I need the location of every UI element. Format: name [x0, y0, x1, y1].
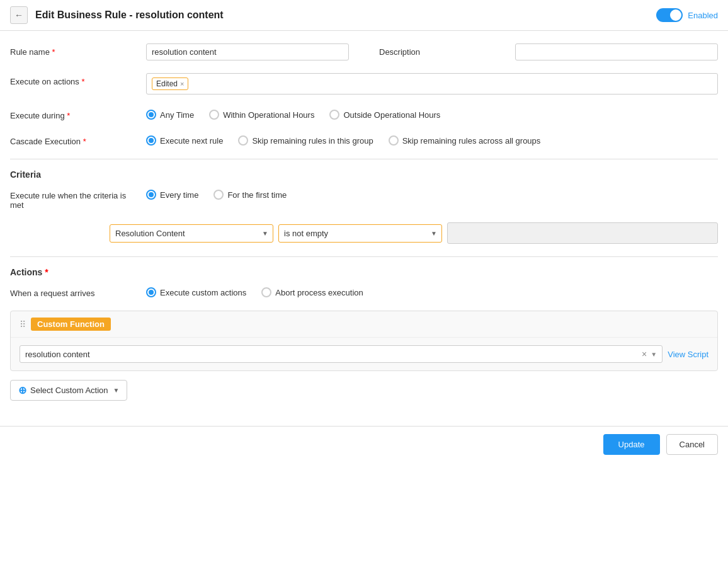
custom-function-title: Custom Function [31, 318, 111, 331]
script-select-row: resolution content × ▼ View Script [20, 345, 708, 363]
radio-execute-custom-label: Execute custom actions [160, 288, 246, 297]
criteria-value-input[interactable] [447, 222, 718, 244]
radio-first-time[interactable]: For the first time [213, 190, 287, 200]
page-header: ← Edit Business Rule - resolution conten… [0, 0, 728, 31]
radio-execute-next[interactable]: Execute next rule [146, 135, 223, 146]
condition-select-wrapper: is not empty ▼ [278, 224, 442, 243]
actions-divider [10, 256, 718, 257]
add-action-label: Select Custom Action [30, 386, 108, 395]
custom-function-body: resolution content × ▼ View Script [11, 338, 717, 370]
when-request-options: Execute custom actions Abort process exe… [146, 285, 363, 297]
view-script-link[interactable]: View Script [668, 350, 708, 359]
criteria-select-wrapper: Resolution Content ▼ [110, 224, 273, 243]
enabled-toggle[interactable] [656, 8, 683, 22]
radio-within-operational[interactable]: Within Operational Hours [209, 110, 314, 120]
add-action-button[interactable]: ⊕ Select Custom Action ▼ [10, 380, 127, 401]
radio-outside-operational-input[interactable] [329, 110, 339, 120]
execute-on-label: Execute on actions * [10, 73, 136, 86]
radio-execute-custom-input[interactable] [146, 287, 156, 297]
radio-outside-operational[interactable]: Outside Operational Hours [329, 110, 440, 120]
script-select-text: resolution content [25, 350, 642, 359]
radio-skip-group-label: Skip remaining rules in this group [252, 136, 373, 146]
script-dropdown-icon[interactable]: ▼ [651, 351, 657, 358]
criteria-dropdowns-row: Resolution Content ▼ is not empty ▼ [10, 222, 718, 244]
radio-within-label: Within Operational Hours [223, 110, 314, 120]
cascade-row: Cascade Execution * Execute next rule Sk… [10, 133, 718, 146]
tag-label: Edited [156, 79, 178, 88]
radio-abort-input[interactable] [261, 287, 271, 297]
radio-dot-3 [149, 192, 154, 197]
execute-rule-row: Execute rule when the criteria is met Ev… [10, 187, 718, 210]
radio-every-time[interactable]: Every time [146, 190, 198, 200]
criteria-title: Criteria [10, 169, 718, 180]
radio-skip-all[interactable]: Skip remaining rules across all groups [389, 135, 541, 146]
edited-tag: Edited × [152, 77, 188, 90]
toggle-container: Enabled [656, 8, 718, 22]
execute-rule-options: Every time For the first time [146, 187, 287, 200]
radio-abort-label: Abort process execution [275, 288, 363, 297]
radio-dot-2 [149, 138, 154, 143]
radio-dot [149, 112, 154, 117]
custom-function-header: ⠿ Custom Function [11, 311, 717, 338]
radio-any-time-label: Any Time [160, 110, 194, 120]
criteria-section: Criteria Execute rule when the criteria … [10, 169, 718, 244]
execute-during-row: Execute during * Any Time Within Operati… [10, 107, 718, 120]
radio-any-time-input[interactable] [146, 110, 156, 120]
script-clear-icon[interactable]: × [642, 349, 647, 359]
radio-skip-group-input[interactable] [238, 135, 248, 146]
radio-within-operational-input[interactable] [209, 110, 219, 120]
execute-on-tag-area[interactable]: Edited × [146, 73, 718, 94]
radio-first-time-label: For the first time [227, 190, 287, 200]
when-request-label: When a request arrives [10, 285, 136, 298]
toggle-label: Enabled [688, 11, 718, 20]
criteria-select[interactable]: Resolution Content [110, 224, 273, 243]
execute-on-row: Execute on actions * Edited × [10, 73, 718, 94]
rule-name-row: Rule name * Description [10, 43, 718, 60]
radio-every-time-label: Every time [160, 190, 198, 200]
rule-name-label: Rule name * [10, 43, 136, 57]
radio-skip-group[interactable]: Skip remaining rules in this group [238, 135, 373, 146]
tag-close-button[interactable]: × [180, 80, 184, 88]
execute-during-options: Any Time Within Operational Hours Outsid… [146, 107, 440, 120]
actions-title: Actions * [10, 267, 718, 277]
page-footer: Update Cancel [0, 426, 728, 462]
drag-handle-icon[interactable]: ⠿ [20, 319, 26, 329]
radio-execute-custom[interactable]: Execute custom actions [146, 287, 246, 297]
custom-function-block: ⠿ Custom Function resolution content × ▼… [10, 311, 718, 371]
radio-skip-all-input[interactable] [389, 135, 399, 146]
rule-name-input[interactable] [146, 43, 349, 60]
when-request-row: When a request arrives Execute custom ac… [10, 285, 718, 298]
add-action-dropdown-icon: ▼ [113, 387, 120, 394]
radio-any-time[interactable]: Any Time [146, 110, 194, 120]
update-button[interactable]: Update [603, 434, 660, 455]
execute-during-label: Execute during * [10, 107, 136, 120]
script-select-icons: × ▼ [642, 349, 657, 359]
radio-first-time-input[interactable] [213, 190, 224, 200]
cascade-label: Cascade Execution * [10, 133, 136, 146]
actions-section: Actions * When a request arrives Execute… [10, 267, 718, 401]
description-input[interactable] [515, 43, 718, 60]
page-title: Edit Business Rule - resolution content [35, 9, 649, 21]
required-marker: * [52, 47, 55, 57]
form-body: Rule name * Description Execute on actio… [0, 31, 728, 413]
cascade-options: Execute next rule Skip remaining rules i… [146, 133, 540, 146]
radio-outside-label: Outside Operational Hours [343, 110, 440, 120]
script-select-wrapper[interactable]: resolution content × ▼ [20, 345, 663, 363]
plus-icon: ⊕ [18, 384, 26, 396]
cancel-button[interactable]: Cancel [666, 434, 718, 455]
description-label: Description [379, 43, 505, 57]
radio-skip-all-label: Skip remaining rules across all groups [402, 136, 541, 146]
radio-execute-next-label: Execute next rule [160, 136, 223, 146]
criteria-divider [10, 159, 718, 159]
condition-select[interactable]: is not empty [278, 224, 442, 243]
radio-execute-next-input[interactable] [146, 135, 156, 146]
back-button[interactable]: ← [10, 6, 28, 24]
toggle-knob [670, 9, 681, 21]
radio-abort[interactable]: Abort process execution [261, 287, 363, 297]
radio-every-time-input[interactable] [146, 190, 156, 200]
execute-rule-label: Execute rule when the criteria is met [10, 187, 136, 210]
radio-dot-4 [149, 290, 154, 295]
